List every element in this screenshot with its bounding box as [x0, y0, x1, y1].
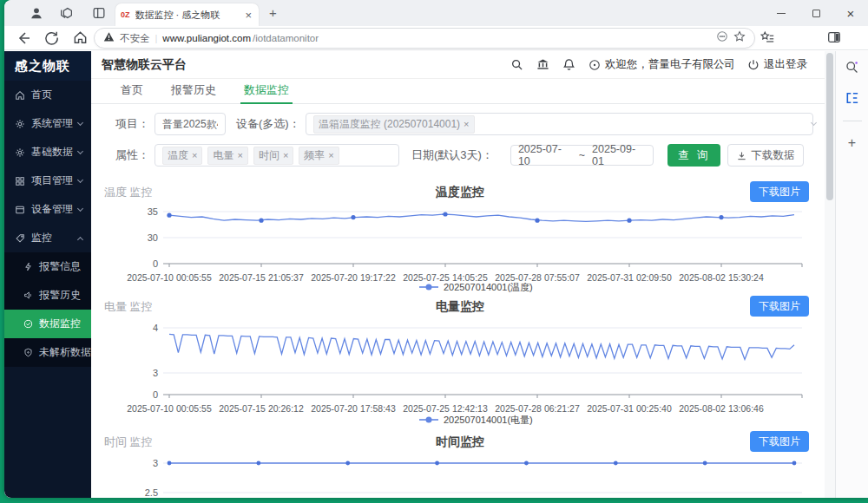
sidebar-item-label: 首页	[31, 88, 52, 102]
app-header: 智慧物联云平台 欢迎您，普量电子有限公司 退出登录	[91, 51, 825, 79]
date-separator: ~	[579, 149, 585, 161]
tag-close-icon[interactable]: ×	[192, 150, 197, 160]
tab-actions-icon[interactable]	[91, 5, 107, 21]
download-image-button[interactable]: 下载图片	[750, 431, 809, 452]
svg-text:2025-07-15 21:05:37: 2025-07-15 21:05:37	[219, 272, 304, 283]
time-chart[interactable]: 32.5	[104, 454, 814, 498]
tab-data-monitor[interactable]: 数据监控	[230, 77, 303, 103]
gear-icon	[15, 119, 25, 129]
temperature-chart[interactable]: 353002025-07-10 00:05:552025-07-15 21:05…	[104, 205, 814, 293]
download-icon	[737, 151, 746, 160]
svg-text:30: 30	[148, 232, 158, 243]
minimize-button[interactable]	[764, 0, 799, 26]
extension-icon[interactable]	[845, 92, 859, 107]
download-image-button[interactable]: 下载图片	[750, 181, 809, 202]
maximize-button[interactable]	[799, 0, 833, 26]
bank-icon[interactable]	[529, 58, 556, 71]
tag-close-icon[interactable]: ×	[237, 150, 242, 160]
svg-text:202507014001(温度): 202507014001(温度)	[444, 282, 533, 292]
tab-alarm-history[interactable]: 报警历史	[157, 77, 230, 103]
logout-button[interactable]: 退出登录	[747, 57, 807, 72]
sidebar-item-unparsed-data[interactable]: 未解析数据	[4, 338, 91, 367]
device-tag: 温箱温度监控 (202507014001)×	[313, 115, 475, 134]
sidebar-add-button[interactable]: +	[848, 135, 856, 151]
battery-chart[interactable]: 4302025-07-10 00:05:552025-07-15 20:26:1…	[104, 319, 814, 428]
page-title: 智慧物联云平台	[102, 57, 187, 73]
sidebar-item-label: 设备管理	[31, 202, 73, 217]
chevron-down-icon	[77, 119, 83, 125]
sidebar-item-monitor[interactable]: 监控	[4, 224, 91, 252]
new-tab-button[interactable]: +	[269, 5, 277, 20]
site-favicon: 0Z	[121, 10, 130, 19]
app-sidebar: 感之物联 首页 系统管理 基础数据 项目管理 设	[4, 51, 91, 498]
tag-close-icon[interactable]: ×	[283, 150, 288, 160]
tag-close-icon[interactable]: ×	[464, 119, 469, 129]
tab-title: 数据监控 · 感之物联	[135, 9, 239, 22]
profile-icon[interactable]	[29, 5, 44, 21]
svg-text:4: 4	[153, 323, 158, 333]
page-scrollbar[interactable]	[825, 51, 835, 498]
chart-title: 温度监控	[104, 185, 816, 200]
download-image-button[interactable]: 下载图片	[750, 296, 809, 317]
favorite-star-icon[interactable]	[733, 30, 746, 46]
project-select[interactable]: 普量2025款4...	[155, 113, 226, 135]
security-label: 不安全	[120, 32, 150, 45]
sidebar-item-devices[interactable]: 设备管理	[4, 195, 91, 224]
browser-tabstrip: 0Z 数据监控 · 感之物联 × + ×	[4, 0, 868, 26]
chart-title: 电量监控	[104, 299, 816, 315]
sidebar-item-data-monitor[interactable]: 数据监控	[4, 310, 91, 338]
browser-tab-active[interactable]: 0Z 数据监控 · 感之物联 ×	[115, 3, 259, 26]
date-label: 日期(默认3天)：	[411, 147, 493, 163]
user-circle-icon	[589, 59, 601, 71]
download-data-button[interactable]: 下载数据	[727, 144, 804, 167]
check-circle-icon	[23, 319, 33, 329]
home-icon[interactable]	[72, 29, 89, 47]
svg-text:2.5: 2.5	[145, 487, 158, 498]
url-path: /iotdatamonitor	[253, 33, 319, 43]
close-button[interactable]: ×	[833, 0, 868, 26]
back-icon[interactable]	[15, 29, 32, 47]
svg-text:2025-07-10 00:05:55: 2025-07-10 00:05:55	[127, 403, 212, 414]
sidebar-item-projects[interactable]: 项目管理	[4, 167, 91, 195]
chevron-up-icon	[77, 236, 83, 242]
address-bar[interactable]: 不安全 | www.puliangiot.com/iotdatamonitor	[94, 28, 755, 49]
split-screen-icon[interactable]	[826, 29, 844, 47]
date-range-input[interactable]: 2025-07-10 ~ 2025-09-01	[510, 145, 654, 166]
scrollbar-thumb[interactable]	[826, 53, 833, 200]
reader-icon[interactable]	[716, 30, 728, 46]
svg-text:2025-07-10 00:05:55: 2025-07-10 00:05:55	[127, 272, 212, 283]
tab-close-icon[interactable]: ×	[243, 9, 253, 22]
sidebar-item-system[interactable]: 系统管理	[4, 109, 91, 138]
sidebar-item-alarm-history[interactable]: 报警历史	[4, 281, 91, 310]
sidebar-item-alarm-info[interactable]: 报警信息	[4, 252, 91, 281]
chart-title: 时间监控	[104, 434, 816, 450]
search-icon[interactable]	[503, 58, 529, 71]
sidebar-search-icon[interactable]	[845, 60, 859, 78]
device-multiselect[interactable]: 温箱温度监控 (202507014001)×	[306, 113, 813, 135]
sidebar-item-label: 未解析数据	[39, 345, 91, 360]
sidebar-item-label: 报警历史	[39, 288, 81, 303]
svg-text:35: 35	[148, 206, 158, 217]
browser-window: 0Z 数据监控 · 感之物联 × + × 不安全 | www.puliangio…	[4, 0, 868, 498]
attr-multiselect[interactable]: 温度× 电量× 时间× 频率×	[155, 144, 399, 167]
sidebar-item-basedata[interactable]: 基础数据	[4, 138, 91, 167]
page-tabbar: 首页 报警历史 数据监控	[91, 79, 825, 104]
refresh-icon[interactable]	[43, 29, 61, 47]
desktop: 0Z 数据监控 · 感之物联 × + × 不安全 | www.puliangio…	[0, 0, 868, 503]
attr-tag: 时间×	[253, 147, 293, 165]
query-button[interactable]: 查 询	[667, 144, 720, 167]
tag-close-icon[interactable]: ×	[328, 150, 333, 160]
tab-home[interactable]: 首页	[107, 77, 157, 103]
svg-text:0: 0	[153, 389, 158, 400]
project-label: 项目：	[115, 116, 149, 132]
lightning-icon	[23, 262, 33, 271]
browser-toolbar: 不安全 | www.puliangiot.com/iotdatamonitor	[4, 26, 868, 50]
sidebar-item-home[interactable]: 首页	[4, 81, 91, 109]
sidebar-item-label: 项目管理	[31, 173, 73, 188]
welcome-area[interactable]: 欢迎您，普量电子有限公司	[589, 57, 735, 72]
logout-label: 退出登录	[764, 57, 807, 72]
collections-icon[interactable]	[760, 29, 777, 47]
speaker-icon	[23, 291, 33, 300]
bell-icon[interactable]	[556, 58, 582, 71]
workspaces-icon[interactable]	[59, 5, 75, 21]
